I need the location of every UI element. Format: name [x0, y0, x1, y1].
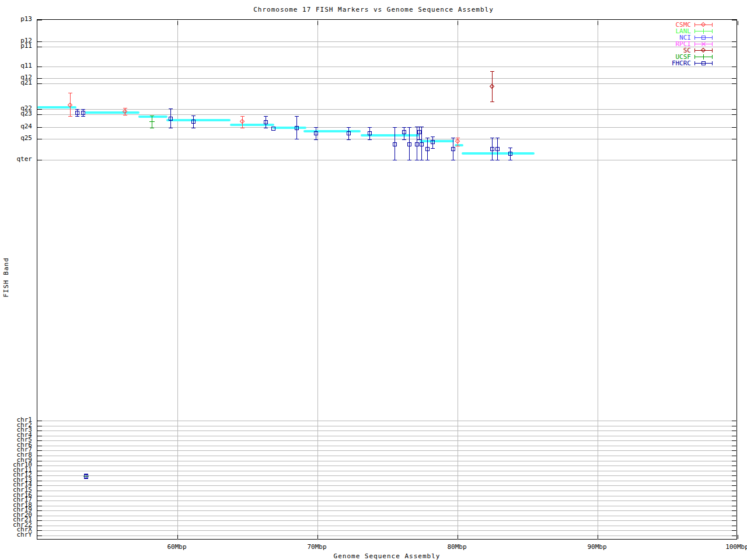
error-bar-cap [84, 478, 88, 479]
y-tickmark-right [732, 127, 736, 128]
error-bar-cap [456, 138, 460, 138]
y-tickmark-left [37, 109, 42, 110]
marker-square [393, 142, 397, 146]
y-tickmark-left [37, 456, 42, 456]
y-tickmark-right [732, 481, 736, 481]
y-tickmark-right [732, 114, 736, 115]
x-tickmark-bottom [458, 535, 458, 539]
assembly-segment [420, 140, 454, 142]
marker-square [417, 130, 421, 134]
h-gridline [37, 114, 738, 115]
marker-square [431, 140, 435, 144]
h-gridline [37, 485, 738, 486]
y-tickmark-left [37, 450, 42, 451]
h-gridline [37, 526, 738, 526]
assembly-segment [85, 111, 140, 114]
v-gridline [458, 20, 458, 540]
error-bar-cap [415, 160, 419, 160]
y-tickmark-left [37, 466, 42, 466]
h-gridline [37, 440, 738, 441]
error-bar-cap [123, 108, 127, 108]
error-bar-cap [368, 127, 372, 128]
legend-sample-cap [712, 48, 713, 52]
x-tick-label: 70Mbp [296, 544, 337, 550]
x-tick-label: 90Mbp [577, 544, 617, 550]
legend-sample-cap [712, 23, 713, 27]
x-tickmark-top [317, 21, 318, 25]
marker-square [407, 142, 411, 146]
x-tickmark-bottom [738, 535, 738, 539]
error-bar-cap [75, 116, 79, 117]
y-axis-title: FISH Band [2, 254, 10, 301]
marker-square [169, 117, 173, 121]
v-gridline [317, 20, 318, 540]
legend: CSMCLANLNCIRPCISCUCSFFHCRC [619, 22, 729, 69]
x-tick-label: 60Mbp [156, 544, 197, 550]
y-tickmark-left [37, 475, 42, 476]
x-tickmark-bottom [598, 535, 598, 539]
marker-diamond [701, 48, 706, 52]
error-bar-cap [295, 139, 299, 139]
y-tickmark-left [37, 114, 42, 115]
y-tickmark-right [732, 446, 736, 446]
h-gridline [37, 506, 738, 506]
h-gridline [37, 436, 738, 436]
h-gridline [37, 491, 738, 491]
error-bar-cap [490, 71, 494, 72]
error-bar-cap [240, 128, 245, 128]
marker-square [415, 142, 419, 146]
y-tickmark-right [732, 456, 736, 456]
h-gridline [37, 127, 738, 128]
x-tickmark-bottom [177, 535, 178, 539]
error-bar-cap [264, 116, 268, 117]
error-bar-cap [347, 139, 351, 140]
h-gridline [37, 83, 738, 84]
y-tickmark-right [732, 83, 736, 84]
marker-square [75, 111, 79, 115]
marker-plus [703, 54, 704, 60]
y-tickmark-left [37, 78, 42, 79]
y-tickmark-right [732, 475, 736, 476]
y-tick-label: q23 [0, 110, 32, 117]
y-tickmark-left [37, 83, 42, 84]
marker-square [347, 131, 351, 135]
legend-sample-cap [694, 23, 695, 27]
legend-row: SC [619, 47, 729, 54]
marker-square [420, 142, 424, 146]
y-tickmark-right [732, 520, 736, 521]
marker-square [495, 147, 500, 151]
marker-square [490, 147, 494, 151]
marker-square [368, 131, 372, 135]
y-tickmark-right [732, 530, 736, 531]
error-bar-cap [81, 116, 85, 117]
error-bar-cap [490, 160, 494, 160]
error-bar-cap [314, 127, 318, 128]
h-gridline [37, 456, 738, 456]
error-bar-cap [169, 108, 173, 109]
chart-title: Chromosome 17 FISH Markers vs Genome Seq… [0, 6, 747, 13]
y-tickmark-left [37, 491, 42, 491]
h-gridline [37, 426, 738, 426]
x-tickmark-top [177, 21, 178, 25]
legend-row: RPCI [619, 41, 729, 47]
y-tickmark-right [732, 516, 736, 516]
h-gridline [37, 109, 738, 110]
v-gridline [598, 20, 598, 540]
y-tick-label: q11 [0, 62, 32, 69]
h-gridline [37, 496, 738, 496]
y-tickmark-right [732, 66, 736, 67]
y-tickmark-right [732, 109, 736, 110]
error-bar-cap [169, 128, 173, 128]
legend-sample-cap [712, 61, 713, 65]
marker-diamond [490, 84, 494, 89]
legend-sample-cap [694, 48, 695, 52]
y-tickmark-right [732, 471, 736, 471]
y-tickmark-left [37, 485, 42, 486]
marker-square [701, 36, 706, 40]
h-gridline [37, 160, 738, 160]
marker-square [451, 147, 455, 151]
h-gridline [37, 510, 738, 511]
marker-square [191, 120, 196, 124]
y-tickmark-left [37, 440, 42, 441]
h-gridline [37, 461, 738, 461]
